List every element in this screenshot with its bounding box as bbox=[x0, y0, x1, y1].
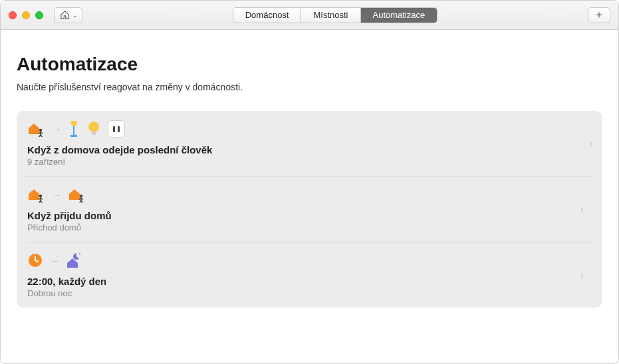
svg-rect-1 bbox=[73, 126, 74, 135]
night-home-icon bbox=[65, 252, 82, 269]
svg-rect-4 bbox=[92, 132, 96, 135]
automation-list: → bbox=[17, 111, 602, 308]
automation-icons: → bbox=[27, 250, 592, 270]
close-button[interactable] bbox=[9, 11, 17, 19]
svg-point-3 bbox=[88, 122, 99, 132]
automation-icons: → bbox=[27, 185, 592, 205]
tab-home[interactable]: Domácnost bbox=[233, 8, 301, 23]
svg-rect-2 bbox=[70, 135, 77, 137]
automation-icons: → bbox=[27, 119, 592, 139]
svg-point-8 bbox=[79, 253, 80, 254]
add-button[interactable]: ＋ bbox=[588, 7, 610, 23]
home-dropdown[interactable]: ⌄ bbox=[54, 7, 82, 23]
content-area: Automatizace Naučte příslušenství reagov… bbox=[1, 30, 618, 363]
page-subtitle: Naučte příslušenství reagovat na změny v… bbox=[17, 82, 602, 92]
home-icon bbox=[60, 10, 70, 20]
automation-subtitle: 9 zařízení bbox=[27, 157, 592, 167]
automation-title: Když z domova odejde poslední člověk bbox=[27, 144, 592, 155]
automation-subtitle: Dobrou noc bbox=[27, 288, 592, 298]
chevron-down-icon: ⌄ bbox=[72, 12, 78, 19]
arrow-icon: → bbox=[53, 124, 61, 134]
automation-row[interactable]: → bbox=[17, 111, 602, 176]
automation-title: Když přijdu domů bbox=[27, 210, 592, 221]
home-person-icon bbox=[68, 187, 86, 203]
tab-automation[interactable]: Automatizace bbox=[360, 8, 437, 23]
home-leave-icon bbox=[27, 121, 46, 137]
outlet-icon bbox=[108, 120, 125, 137]
maximize-button[interactable] bbox=[35, 11, 43, 19]
automation-row[interactable]: → 22:00, každý den Dobrou noc › bbox=[26, 242, 593, 308]
app-window: ⌄ Domácnost Místnosti Automatizace ＋ Aut… bbox=[0, 0, 619, 364]
chevron-right-icon: › bbox=[590, 138, 593, 149]
titlebar: ⌄ Domácnost Místnosti Automatizace ＋ bbox=[1, 1, 618, 30]
arrow-icon: → bbox=[50, 256, 59, 266]
view-tabs: Domácnost Místnosti Automatizace bbox=[233, 7, 438, 23]
tab-rooms[interactable]: Místnosti bbox=[301, 8, 360, 23]
automation-title: 22:00, každý den bbox=[27, 276, 592, 287]
window-controls bbox=[9, 11, 43, 19]
lamp-icon bbox=[68, 120, 80, 138]
chevron-right-icon: › bbox=[580, 270, 584, 280]
clock-icon bbox=[27, 252, 43, 268]
minimize-button[interactable] bbox=[22, 11, 30, 19]
chevron-right-icon: › bbox=[580, 204, 584, 215]
page-title: Automatizace bbox=[17, 54, 602, 75]
arrow-icon: → bbox=[53, 190, 61, 200]
automation-row[interactable]: → Když přijdu domů Příchod domů › bbox=[26, 176, 593, 242]
plus-icon: ＋ bbox=[594, 8, 604, 22]
bulb-icon bbox=[86, 120, 101, 137]
automation-subtitle: Příchod domů bbox=[27, 223, 592, 232]
home-arrive-icon bbox=[27, 187, 46, 203]
